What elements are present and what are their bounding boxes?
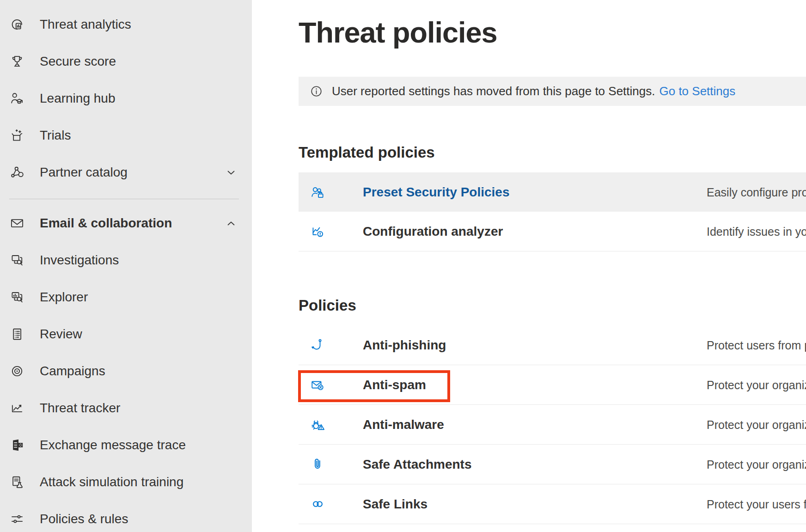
sidebar-item-trials[interactable]: Trials xyxy=(0,117,252,154)
trials-icon xyxy=(9,128,25,143)
policy-row-anti-spam[interactable]: Anti-spam Protect your organiz xyxy=(299,365,806,405)
policy-link[interactable]: Safe Links xyxy=(363,497,427,512)
info-icon xyxy=(309,84,324,98)
policy-description: Identify issues in you xyxy=(707,225,806,238)
sidebar-item-partner-catalog[interactable]: Partner catalog xyxy=(0,154,252,191)
sidebar-item-investigations[interactable]: Investigations xyxy=(0,242,252,279)
sidebar-item-label: Learning hub xyxy=(40,91,115,106)
policy-link[interactable]: Preset Security Policies xyxy=(363,185,510,200)
sidebar-item-label: Attack simulation training xyxy=(40,475,183,489)
policies-rules-icon xyxy=(9,511,25,527)
mail-icon xyxy=(9,215,25,231)
anti-phishing-icon xyxy=(310,337,326,353)
sidebar-item-label: Threat tracker xyxy=(40,401,120,416)
policy-link[interactable]: Anti-spam xyxy=(363,378,426,392)
investigations-icon xyxy=(9,252,25,268)
sidebar-item-label: Trials xyxy=(40,128,71,143)
sidebar-item-label: Investigations xyxy=(40,253,119,268)
sidebar-item-review[interactable]: Review xyxy=(0,316,252,353)
info-banner: User reported settings has moved from th… xyxy=(299,77,806,106)
banner-text: User reported settings has moved from th… xyxy=(332,84,655,98)
sidebar-item-exchange-message-trace[interactable]: Exchange message trace xyxy=(0,427,252,464)
sidebar-section-email-collaboration[interactable]: Email & collaboration xyxy=(0,205,252,242)
sidebar-item-label: Policies & rules xyxy=(40,512,128,526)
sidebar-item-label: Review xyxy=(40,327,82,342)
policy-description: Protect your organiz xyxy=(707,418,806,431)
policy-description: Protect your organiz xyxy=(707,378,806,391)
policy-row-preset-security-policies[interactable]: Preset Security Policies Easily configur… xyxy=(299,172,806,212)
policy-link[interactable]: Anti-phishing xyxy=(363,338,446,353)
chevron-down-icon[interactable] xyxy=(226,167,237,178)
sidebar: Threat analytics Secure score Learning h… xyxy=(0,0,252,532)
sidebar-item-threat-analytics[interactable]: Threat analytics xyxy=(0,6,252,43)
page-title: Threat policies xyxy=(299,17,806,48)
sidebar-item-attack-simulation-training[interactable]: Attack simulation training xyxy=(0,464,252,501)
preset-security-policies-icon xyxy=(310,184,326,200)
policy-description: Protect users from p xyxy=(707,338,806,352)
policy-description: Protect your users fr xyxy=(707,497,806,511)
partner-catalog-icon xyxy=(9,165,25,180)
policy-link[interactable]: Anti-malware xyxy=(363,417,444,432)
sidebar-divider xyxy=(9,199,239,199)
sidebar-item-policies-rules[interactable]: Policies & rules xyxy=(0,501,252,532)
templated-policies-heading: Templated policies xyxy=(299,143,806,162)
main-content: Threat policies User reported settings h… xyxy=(252,0,806,532)
sidebar-item-label: Partner catalog xyxy=(40,165,128,180)
policy-row-safe-attachments[interactable]: Safe Attachments Protect your organiz xyxy=(299,445,806,484)
sidebar-item-campaigns[interactable]: Campaigns xyxy=(0,353,252,390)
sidebar-item-label: Secure score xyxy=(40,54,116,69)
sidebar-item-label: Threat analytics xyxy=(40,17,131,32)
explorer-icon xyxy=(9,289,25,305)
policy-row-configuration-analyzer[interactable]: Configuration analyzer Identify issues i… xyxy=(299,212,806,251)
sidebar-item-learning-hub[interactable]: Learning hub xyxy=(0,80,252,117)
policy-row-anti-malware[interactable]: Anti-malware Protect your organiz xyxy=(299,405,806,445)
threat-tracker-icon xyxy=(9,400,25,416)
review-icon xyxy=(9,326,25,342)
policies-heading: Policies xyxy=(299,296,806,315)
campaigns-icon xyxy=(9,363,25,379)
chevron-up-icon[interactable] xyxy=(226,218,237,229)
configuration-analyzer-icon xyxy=(310,223,326,239)
policy-description: Protect your organiz xyxy=(707,458,806,471)
policy-link[interactable]: Configuration analyzer xyxy=(363,224,503,239)
sidebar-item-threat-tracker[interactable]: Threat tracker xyxy=(0,390,252,427)
policy-description: Easily configure prot xyxy=(707,185,806,199)
templated-policies-list: Preset Security Policies Easily configur… xyxy=(299,172,806,251)
sidebar-item-explorer[interactable]: Explorer xyxy=(0,279,252,316)
sidebar-item-secure-score[interactable]: Secure score xyxy=(0,43,252,80)
anti-spam-icon xyxy=(310,377,326,393)
policy-link[interactable]: Safe Attachments xyxy=(363,457,471,472)
sidebar-item-label: Explorer xyxy=(40,290,88,305)
sidebar-section-label: Email & collaboration xyxy=(40,216,172,231)
exchange-icon xyxy=(9,437,25,453)
anti-malware-icon xyxy=(310,416,326,433)
policies-list: Anti-phishing Protect users from p Anti-… xyxy=(299,325,806,524)
learning-hub-icon xyxy=(9,91,25,106)
sidebar-item-label: Campaigns xyxy=(40,364,105,379)
trophy-icon xyxy=(9,54,25,69)
attack-simulation-icon xyxy=(9,474,25,490)
sidebar-item-label: Exchange message trace xyxy=(40,438,186,453)
threat-analytics-icon xyxy=(9,17,25,32)
safe-links-icon xyxy=(310,496,326,512)
policy-row-safe-links[interactable]: Safe Links Protect your users fr xyxy=(299,484,806,524)
safe-attachments-icon xyxy=(310,456,326,472)
policy-row-anti-phishing[interactable]: Anti-phishing Protect users from p xyxy=(299,325,806,365)
go-to-settings-link[interactable]: Go to Settings xyxy=(659,84,735,98)
